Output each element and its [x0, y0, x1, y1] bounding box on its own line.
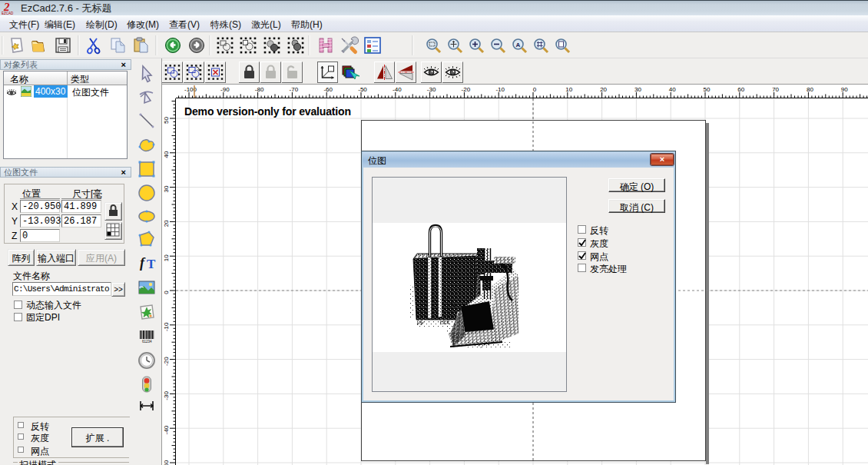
svg-text:T: T [147, 257, 156, 271]
svg-text:70: 70 [772, 86, 779, 93]
svg-text:Demo version-only for evaluati: Demo version-only for evaluation [184, 105, 351, 118]
svg-text:30: 30 [634, 86, 641, 93]
svg-text:f: f [140, 255, 146, 271]
svg-text:60: 60 [737, 86, 744, 93]
svg-text:-70: -70 [290, 86, 299, 93]
svg-text:90: 90 [841, 86, 848, 93]
svg-text:-40: -40 [163, 425, 170, 434]
svg-text:A: A [516, 42, 521, 48]
svg-text:50: 50 [163, 117, 170, 124]
svg-text:-50: -50 [358, 86, 367, 93]
svg-text:50: 50 [704, 86, 711, 93]
svg-text:10: 10 [565, 86, 572, 93]
svg-text:-30: -30 [163, 391, 170, 400]
svg-text:40: 40 [163, 151, 170, 158]
svg-text:0: 0 [533, 86, 537, 93]
svg-text:-50: -50 [163, 460, 170, 465]
svg-text:40: 40 [669, 86, 676, 93]
svg-text:-90: -90 [220, 86, 230, 93]
svg-text:-20: -20 [462, 86, 471, 93]
svg-text:-10: -10 [163, 322, 170, 331]
svg-text:20: 20 [163, 220, 170, 227]
svg-text:-80: -80 [255, 86, 264, 93]
svg-text:-40: -40 [393, 86, 402, 93]
svg-text:0: 0 [163, 291, 170, 294]
svg-text:20: 20 [600, 86, 607, 93]
svg-text:30: 30 [163, 185, 170, 192]
svg-text:-30: -30 [427, 86, 436, 93]
svg-text:-20: -20 [163, 357, 170, 366]
svg-text:-100: -100 [184, 86, 197, 93]
svg-text:80: 80 [807, 86, 813, 93]
svg-text:10: 10 [163, 254, 170, 261]
svg-text:EZCAD: EZCAD [2, 12, 14, 15]
svg-text:-10: -10 [495, 86, 505, 93]
svg-text:61234: 61234 [142, 340, 152, 344]
svg-text:-60: -60 [323, 86, 333, 93]
